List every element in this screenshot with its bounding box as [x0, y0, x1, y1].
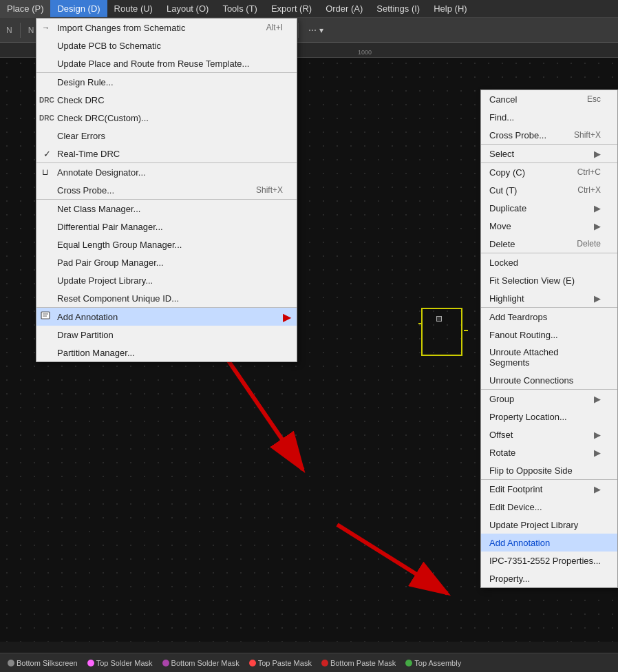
layer-dot-top-assembly [405, 660, 412, 666]
toolbar-sep6 [298, 23, 299, 38]
toolbar-sep1 [20, 23, 21, 38]
design-dropdown: → Import Changes from Schematic Alt+I Up… [36, 18, 297, 362]
menu-annotate-designator[interactable]: ⊔ Annotate Designator... [36, 163, 297, 181]
ctx-edit-footprint[interactable]: Edit Footprint ▶ [481, 480, 617, 498]
statusbar: Bottom Silkscreen Top Solder Mask Bottom… [0, 653, 618, 672]
menu-check-drc-custom[interactable]: DRC Check DRC(Custom)... [36, 109, 297, 127]
layer-dot-bottom-solder-mask [162, 660, 169, 666]
layer-dot-bottom-paste-mask [321, 660, 328, 666]
menubar-settings[interactable]: Settings (I) [370, 0, 427, 17]
menubar-help[interactable]: Help (H) [427, 0, 473, 17]
ctx-duplicate[interactable]: Duplicate ▶ [481, 199, 617, 217]
ctx-fanout-routing[interactable]: Fanout Routing... [481, 326, 617, 344]
ctx-unroute-connections[interactable]: Unroute Connections [481, 371, 617, 389]
toolbar-more-btn[interactable]: ⋯ ▾ [303, 23, 328, 37]
ctx-offset[interactable]: Offset ▶ [481, 426, 617, 443]
menu-design-rule[interactable]: Design Rule... [36, 73, 297, 91]
annotate-icon: ⊔ [42, 167, 48, 177]
realtime-drc-check: ✓ [43, 149, 51, 159]
menubar-design[interactable]: Design (D) [50, 0, 107, 17]
ctx-cut[interactable]: Cut (T) Ctrl+X [481, 181, 617, 199]
layer-dot-top-paste-mask [249, 660, 256, 666]
menubar-route[interactable]: Route (U) [107, 0, 160, 17]
layer-dot-bottom-silkscreen [8, 660, 14, 666]
menubar-order[interactable]: Order (A) [319, 0, 370, 17]
ctx-fit-view[interactable]: Fit Selection View (E) [481, 271, 617, 289]
ctx-edit-footprint-arrow: ▶ [594, 484, 601, 494]
menu-import-schematic[interactable]: → Import Changes from Schematic Alt+I [36, 19, 297, 36]
ctx-copy[interactable]: Copy (C) Ctrl+C [481, 163, 617, 181]
ctx-select-arrow: ▶ [594, 149, 601, 159]
component-box [421, 308, 462, 356]
ctx-flip[interactable]: Flip to Opposite Side [481, 461, 617, 479]
ctx-locked[interactable]: Locked [481, 253, 617, 271]
ctx-add-annotation[interactable]: Add Annotation [481, 534, 617, 552]
component-pin-left [418, 323, 423, 324]
menu-net-class-manager[interactable]: Net Class Manager... [36, 200, 297, 218]
component-inner [436, 316, 442, 322]
menu-reset-component-uid[interactable]: Reset Component Unique ID... [36, 289, 297, 307]
ctx-move[interactable]: Move ▶ [481, 217, 617, 235]
toolbar-n2: N [25, 24, 37, 36]
ctx-select[interactable]: Select ▶ [481, 145, 617, 162]
layer-top-paste-mask[interactable]: Top Paste Mask [245, 658, 316, 669]
ctx-delete[interactable]: Delete Delete [481, 235, 617, 253]
ctx-group[interactable]: Group ▶ [481, 390, 617, 408]
menu-diff-pair-manager[interactable]: Differential Pair Manager... [36, 218, 297, 235]
ctx-offset-arrow: ▶ [594, 430, 601, 440]
ctx-highlight-arrow: ▶ [594, 293, 601, 304]
menubar-place[interactable]: Place (P) [0, 0, 50, 17]
layer-top-assembly[interactable]: Top Assembly [401, 658, 465, 669]
ctx-rotate-arrow: ▶ [594, 448, 601, 458]
layer-bottom-silkscreen[interactable]: Bottom Silkscreen [3, 658, 82, 669]
menubar-tools[interactable]: Tools (T) [215, 0, 264, 17]
ctx-find[interactable]: Find... [481, 108, 617, 126]
ctx-ipc-props[interactable]: IPC-7351-2552 Properties... [481, 552, 617, 569]
menubar-export[interactable]: Export (R) [264, 0, 319, 17]
svg-rect-4 [41, 312, 50, 319]
component-pin-right [464, 330, 468, 331]
menubar-layout[interactable]: Layout (O) [160, 0, 215, 17]
ctx-duplicate-arrow: ▶ [594, 203, 601, 213]
layer-bottom-paste-mask[interactable]: Bottom Paste Mask [317, 658, 400, 669]
ctx-teardrops[interactable]: Add Teardrops [481, 308, 617, 326]
drc-prefix1: DRC [39, 96, 54, 104]
menu-update-project-library[interactable]: Update Project Library... [36, 271, 297, 289]
menu-partition-manager[interactable]: Partition Manager... [36, 344, 297, 361]
annotation-icon [41, 311, 50, 323]
menu-update-place-route[interactable]: Update Place and Route from Reuse Templa… [36, 54, 297, 72]
menu-add-annotation[interactable]: Add Annotation ▶ [36, 308, 297, 326]
menu-update-pcb[interactable]: Update PCB to Schematic [36, 36, 297, 54]
ctx-cancel[interactable]: Cancel Esc [481, 90, 617, 108]
menu-draw-partition[interactable]: Draw Partition [36, 326, 297, 344]
layer-dot-top-solder-mask [87, 660, 94, 666]
layer-bottom-solder-mask[interactable]: Bottom Solder Mask [158, 658, 244, 669]
ctx-property-location[interactable]: Property Location... [481, 408, 617, 426]
menubar: Place (P) Design (D) Route (U) Layout (O… [0, 0, 618, 18]
ctx-group-arrow: ▶ [594, 394, 601, 404]
import-icon: → [42, 23, 50, 32]
ctx-unroute-attached[interactable]: Unroute Attached Segments [481, 344, 617, 371]
ctx-cross-probe[interactable]: Cross Probe... Shift+X [481, 126, 617, 144]
layer-top-solder-mask[interactable]: Top Solder Mask [83, 658, 157, 669]
drc-prefix2: DRC [39, 114, 54, 122]
menu-cross-probe[interactable]: Cross Probe... Shift+X [36, 181, 297, 199]
menu-pad-pair-manager[interactable]: Pad Pair Group Manager... [36, 253, 297, 271]
menu-realtime-drc[interactable]: ✓ Real-Time DRC [36, 145, 297, 162]
ctx-highlight[interactable]: Highlight ▶ [481, 289, 617, 307]
ctx-update-library[interactable]: Update Project Library [481, 516, 617, 534]
ctx-property[interactable]: Property... [481, 569, 617, 587]
context-menu: Cancel Esc Find... Cross Probe... Shift+… [480, 90, 618, 588]
ctx-rotate[interactable]: Rotate ▶ [481, 443, 617, 461]
menu-check-drc[interactable]: DRC Check DRC [36, 91, 297, 109]
ctx-edit-device[interactable]: Edit Device... [481, 498, 617, 516]
menu-equal-length-manager[interactable]: Equal Length Group Manager... [36, 235, 297, 253]
cursor-indicator: ▶ [283, 311, 291, 324]
toolbar-n1: N [3, 24, 15, 36]
ruler-tick-1000: 1000 [358, 49, 372, 56]
ctx-move-arrow: ▶ [594, 221, 601, 231]
menu-clear-errors[interactable]: Clear Errors [36, 127, 297, 145]
